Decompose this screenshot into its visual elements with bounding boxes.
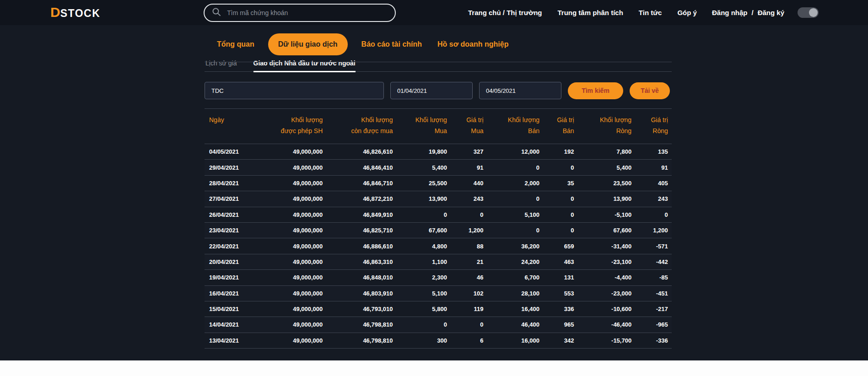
theme-toggle[interactable] bbox=[798, 7, 819, 18]
cell-1-7: 5,400 bbox=[574, 164, 632, 171]
download-button[interactable]: Tải về bbox=[630, 82, 670, 99]
cell-2-2: 46,846,710 bbox=[323, 180, 393, 187]
cell-7-1: 49,000,000 bbox=[263, 258, 323, 265]
footer-strip bbox=[0, 360, 868, 376]
cell-7-5: 24,200 bbox=[484, 258, 540, 265]
cell-4-5: 5,100 bbox=[484, 211, 540, 218]
date-to-input[interactable] bbox=[479, 82, 561, 99]
cell-9-2: 46,803,910 bbox=[323, 290, 393, 297]
cell-5-6: 0 bbox=[539, 227, 574, 234]
cell-10-4: 119 bbox=[447, 306, 484, 312]
table-row-0: 04/05/202149,000,00046,826,61019,8003271… bbox=[205, 144, 672, 160]
cell-7-3: 1,100 bbox=[393, 258, 447, 265]
brand-logo-d: D bbox=[50, 5, 60, 19]
table-row-10: 15/04/202149,000,00046,793,0105,80011916… bbox=[205, 301, 672, 317]
cell-11-8: -965 bbox=[631, 321, 668, 328]
col-header-7-line2: Ròng bbox=[574, 125, 632, 136]
table-row-6: 22/04/202149,000,00046,886,6104,8008836,… bbox=[205, 238, 672, 254]
col-header-2: Khối lượngcòn được mua bbox=[323, 114, 393, 136]
cell-8-5: 6,700 bbox=[484, 274, 540, 281]
cell-12-8: -336 bbox=[631, 337, 668, 344]
tab-3[interactable]: Hồ sơ doanh nghiệp bbox=[436, 40, 510, 48]
cell-10-3: 5,800 bbox=[393, 306, 447, 312]
cell-7-4: 21 bbox=[447, 258, 484, 265]
cell-0-1: 49,000,000 bbox=[263, 148, 323, 155]
cell-5-8: 1,200 bbox=[631, 227, 668, 234]
col-header-3: Khối lượngMua bbox=[393, 114, 447, 136]
cell-6-3: 4,800 bbox=[393, 243, 447, 250]
table-row-2: 28/04/202149,000,00046,846,71025,5004402… bbox=[205, 176, 672, 191]
cell-2-8: 405 bbox=[631, 180, 668, 187]
nav-item-2[interactable]: Tin tức bbox=[639, 9, 662, 16]
col-header-2-line2: còn được mua bbox=[323, 125, 393, 136]
table-row-8: 19/04/202149,000,00046,848,0102,300466,7… bbox=[205, 270, 672, 285]
cell-2-7: 23,500 bbox=[574, 180, 632, 187]
cell-11-7: -46,400 bbox=[574, 321, 632, 328]
cell-11-5: 46,400 bbox=[484, 321, 540, 328]
cell-12-5: 16,000 bbox=[484, 337, 540, 344]
brand-logo[interactable]: DSTOCK bbox=[50, 5, 100, 20]
nav-item-3[interactable]: Góp ý bbox=[677, 9, 697, 16]
cell-9-7: -23,000 bbox=[574, 290, 632, 297]
cell-1-4: 91 bbox=[447, 164, 484, 171]
col-header-8-line2: Ròng bbox=[631, 125, 668, 136]
nav-item-0[interactable]: Trang chủ / Thị trường bbox=[468, 9, 542, 16]
register-link[interactable]: Đăng ký bbox=[758, 9, 784, 16]
cell-0-0: 04/05/2021 bbox=[205, 148, 263, 155]
search-button[interactable]: Tìm kiếm bbox=[568, 82, 623, 99]
cell-1-6: 0 bbox=[539, 164, 574, 171]
tab-1[interactable]: Dữ liệu giao dịch bbox=[268, 33, 348, 55]
cell-6-4: 88 bbox=[447, 243, 484, 250]
nav-item-1[interactable]: Trung tâm phân tích bbox=[558, 9, 623, 16]
tab-0[interactable]: Tổng quan bbox=[215, 40, 256, 48]
subtab-1[interactable]: Giao dịch Nhà đầu tư nước ngoài bbox=[253, 59, 356, 72]
cell-12-4: 6 bbox=[447, 337, 484, 344]
cell-9-8: -451 bbox=[631, 290, 668, 297]
ticker-input[interactable] bbox=[205, 82, 384, 99]
cell-1-8: 91 bbox=[631, 164, 668, 171]
stock-search-box[interactable] bbox=[204, 4, 396, 22]
main-content: Tổng quanDữ liệu giao dịchBáo cáo tài ch… bbox=[205, 33, 672, 349]
tab-2[interactable]: Báo cáo tài chính bbox=[360, 40, 424, 48]
col-header-4-line2: Mua bbox=[447, 125, 484, 136]
col-header-8: Giá trịRòng bbox=[631, 114, 668, 136]
cell-9-5: 28,100 bbox=[484, 290, 540, 297]
cell-4-0: 26/04/2021 bbox=[205, 211, 263, 218]
cell-10-7: -10,600 bbox=[574, 306, 632, 312]
cell-2-3: 25,500 bbox=[393, 180, 447, 187]
subtab-0[interactable]: Lịch sử giá bbox=[205, 59, 237, 71]
auth-links: Đăng nhập / Đăng ký bbox=[712, 9, 784, 16]
col-header-6: Giá trịBán bbox=[539, 114, 574, 136]
cell-12-7: -15,700 bbox=[574, 337, 632, 344]
section-tabs: Tổng quanDữ liệu giao dịchBáo cáo tài ch… bbox=[205, 33, 672, 55]
filter-bar: Tìm kiếm Tải về bbox=[205, 82, 672, 99]
login-link[interactable]: Đăng nhập bbox=[712, 9, 748, 16]
date-from-input[interactable] bbox=[390, 82, 473, 99]
cell-5-0: 23/04/2021 bbox=[205, 227, 263, 234]
cell-0-8: 135 bbox=[631, 148, 668, 155]
cell-3-1: 49,000,000 bbox=[263, 195, 323, 202]
cell-0-3: 19,800 bbox=[393, 148, 447, 155]
table-row-3: 27/04/202149,000,00046,872,21013,9002430… bbox=[205, 191, 672, 207]
cell-10-6: 336 bbox=[539, 306, 574, 312]
table-row-11: 14/04/202149,000,00046,798,8100046,40096… bbox=[205, 317, 672, 333]
cell-12-6: 342 bbox=[539, 337, 574, 344]
search-input[interactable] bbox=[227, 9, 388, 16]
cell-12-2: 46,798,810 bbox=[323, 337, 393, 344]
cell-1-5: 0 bbox=[484, 164, 540, 171]
cell-6-1: 49,000,000 bbox=[263, 243, 323, 250]
cell-10-8: -217 bbox=[631, 306, 668, 312]
cell-8-1: 49,000,000 bbox=[263, 274, 323, 281]
cell-6-5: 36,200 bbox=[484, 243, 540, 250]
cell-3-6: 0 bbox=[539, 195, 574, 202]
cell-0-5: 12,000 bbox=[484, 148, 540, 155]
cell-10-0: 15/04/2021 bbox=[205, 306, 263, 312]
cell-6-2: 46,886,610 bbox=[323, 243, 393, 250]
cell-7-8: -442 bbox=[631, 258, 668, 265]
table-row-5: 23/04/202149,000,00046,825,71067,6001,20… bbox=[205, 223, 672, 238]
cell-4-3: 0 bbox=[393, 211, 447, 218]
cell-0-7: 7,800 bbox=[574, 148, 632, 155]
cell-7-7: -23,100 bbox=[574, 258, 632, 265]
table-row-1: 29/04/202149,000,00046,846,4105,40091005… bbox=[205, 160, 672, 175]
cell-5-3: 67,600 bbox=[393, 227, 447, 234]
